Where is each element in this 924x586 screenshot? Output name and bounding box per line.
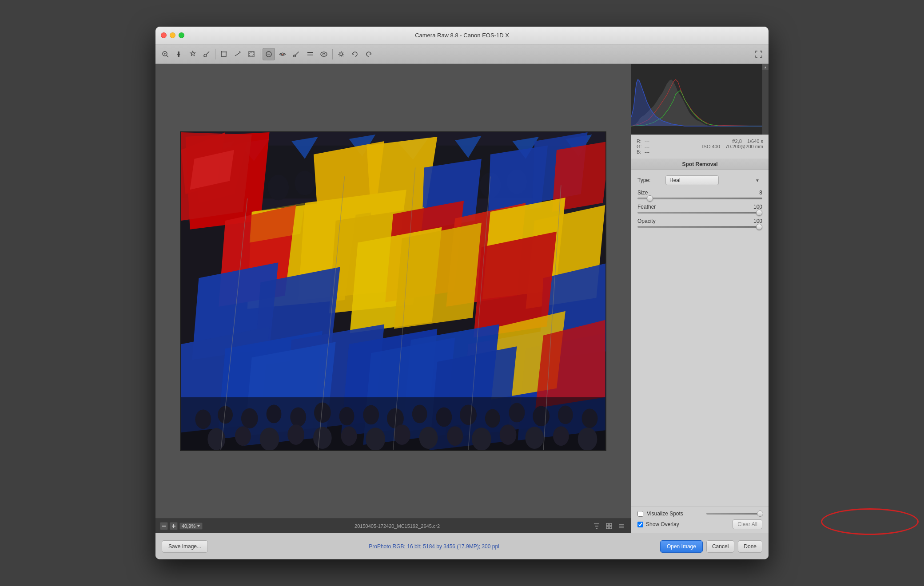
clear-all-button[interactable]: Clear All — [733, 519, 762, 529]
svg-rect-135 — [606, 527, 609, 529]
svg-rect-129 — [181, 132, 605, 450]
feather-slider[interactable] — [637, 212, 762, 214]
spot-removal-tool[interactable] — [263, 48, 275, 60]
radial-filter-tool[interactable] — [318, 48, 330, 60]
svg-line-5 — [206, 51, 209, 55]
graduated-filter-tool[interactable] — [304, 48, 316, 60]
size-slider-row: Size 8 — [637, 190, 762, 199]
camera-settings: f/2,8 1/640 s ISO 400 70-200@200 mm — [701, 139, 764, 154]
type-label: Type: — [637, 177, 662, 183]
show-overlay-label[interactable]: Show Overlay — [646, 521, 679, 527]
list-icon-btn[interactable] — [617, 521, 626, 531]
crop-tool[interactable] — [218, 48, 230, 60]
svg-point-24 — [321, 52, 327, 56]
toolbar — [155, 44, 769, 64]
select-arrow-icon: ▼ — [755, 178, 760, 183]
show-overlay-row: Show Overlay Clear All — [637, 519, 762, 529]
show-overlay-checkbox[interactable] — [637, 522, 643, 527]
white-balance-tool[interactable] — [187, 48, 199, 60]
svg-rect-15 — [250, 52, 253, 56]
bottom-footer: Save Image... ProPhoto RGB; 16 bit; 5184… — [155, 533, 769, 559]
canvas-area: 40,9% 20150405-172420_MC15192_2645.cr2 — [155, 64, 631, 533]
minimize-button[interactable] — [170, 32, 175, 38]
feather-slider-header: Feather 100 — [637, 204, 762, 210]
toolbar-separator-3 — [332, 49, 333, 59]
opacity-slider[interactable] — [637, 226, 762, 228]
red-eye-tool[interactable] — [276, 48, 289, 60]
spot-removal-header: Spot Removal — [631, 158, 769, 170]
visualize-spots-checkbox[interactable] — [637, 511, 643, 517]
feather-value: 100 — [749, 204, 762, 210]
adjustment-brush-tool[interactable] — [290, 48, 303, 60]
preferences-tool[interactable] — [335, 48, 347, 60]
filter-icon-btn[interactable] — [592, 521, 601, 531]
toolbar-separator-2 — [260, 49, 260, 59]
zoom-expand-btn[interactable] — [170, 522, 178, 530]
traffic-lights — [161, 32, 184, 38]
rotate-cw-tool[interactable] — [362, 48, 375, 60]
type-control-row: Type: Heal Clone ▼ — [637, 175, 762, 185]
canvas-status-right — [592, 521, 626, 531]
main-area: 40,9% 20150405-172420_MC15192_2645.cr2 — [155, 64, 769, 533]
hand-tool[interactable] — [173, 48, 185, 60]
camera-info: R: --- G: --- B: --- f/2,8 1/640 — [631, 135, 769, 158]
full-screen-tool[interactable] — [753, 48, 765, 60]
zoom-tool[interactable] — [159, 48, 171, 60]
canvas-status-left: 40,9% — [160, 522, 203, 530]
svg-point-19 — [282, 54, 283, 55]
straighten-tool[interactable] — [231, 48, 244, 60]
feather-label: Feather — [637, 204, 656, 210]
svg-rect-21 — [307, 52, 313, 53]
right-panel: ▲ R: --- G: --- B: --- — [631, 64, 769, 533]
visualize-spots-label[interactable]: Visualize Spots — [647, 511, 703, 517]
svg-line-12 — [235, 52, 240, 56]
hist-scroll-up[interactable]: ▲ — [762, 64, 769, 70]
rgb-values: R: --- G: --- B: --- — [637, 139, 700, 154]
footer-right-buttons: Open Image Cancel Done — [660, 540, 762, 553]
grid-icon-btn[interactable] — [604, 521, 614, 531]
color-sampler-tool[interactable] — [200, 48, 213, 60]
size-slider[interactable] — [637, 198, 762, 199]
open-image-button[interactable]: Open Image — [660, 540, 703, 553]
visualize-section: Visualize Spots Show Overlay Clear All — [631, 507, 769, 533]
zoom-collapse-btn[interactable] — [160, 522, 168, 530]
canvas-status-bar: 40,9% 20150405-172420_MC15192_2645.cr2 — [155, 519, 631, 533]
svg-rect-130 — [162, 526, 166, 527]
toolbar-right — [753, 48, 765, 60]
feather-slider-row: Feather 100 — [637, 204, 762, 214]
show-overlay-checkbox-row: Show Overlay — [637, 521, 679, 527]
size-value: 8 — [749, 190, 762, 196]
svg-rect-23 — [307, 55, 313, 56]
opacity-slider-header: Opacity 100 — [637, 218, 762, 224]
type-select[interactable]: Heal Clone — [665, 175, 719, 185]
spot-removal-panel: Type: Heal Clone ▼ Size 8 — [631, 170, 769, 344]
panel-spacer — [631, 344, 769, 507]
close-button[interactable] — [161, 32, 167, 38]
histogram-area: ▲ — [631, 64, 769, 135]
maximize-button[interactable] — [179, 32, 184, 38]
visualize-slider-track[interactable] — [706, 513, 762, 515]
opacity-value: 100 — [749, 218, 762, 224]
opacity-slider-row: Opacity 100 — [637, 218, 762, 228]
size-label: Size — [637, 190, 648, 196]
profile-info-link[interactable]: ProPhoto RGB; 16 bit; 5184 by 3456 (17.9… — [208, 543, 660, 550]
canvas-filename: 20150405-172420_MC15192_2645.cr2 — [206, 523, 588, 529]
zoom-controls: 40,9% — [160, 522, 203, 530]
svg-rect-22 — [307, 54, 313, 55]
zoom-value[interactable]: 40,9% — [179, 523, 203, 530]
visualize-spots-row: Visualize Spots — [637, 511, 762, 517]
cancel-button[interactable]: Cancel — [706, 540, 734, 553]
image-container[interactable] — [155, 64, 631, 519]
window-title: Camera Raw 8.8 - Canon EOS-1D X — [415, 32, 509, 39]
save-image-button[interactable]: Save Image... — [162, 540, 208, 553]
done-button[interactable]: Done — [738, 540, 762, 553]
size-slider-header: Size 8 — [637, 190, 762, 196]
toolbar-separator-1 — [215, 49, 215, 59]
rotate-ccw-tool[interactable] — [349, 48, 361, 60]
opacity-label: Opacity — [637, 218, 656, 224]
svg-rect-132 — [173, 524, 174, 528]
photo-canvas[interactable] — [180, 131, 606, 451]
svg-rect-7 — [222, 52, 226, 56]
transform-tool[interactable] — [245, 48, 258, 60]
visualize-slider-thumb[interactable] — [757, 511, 763, 517]
